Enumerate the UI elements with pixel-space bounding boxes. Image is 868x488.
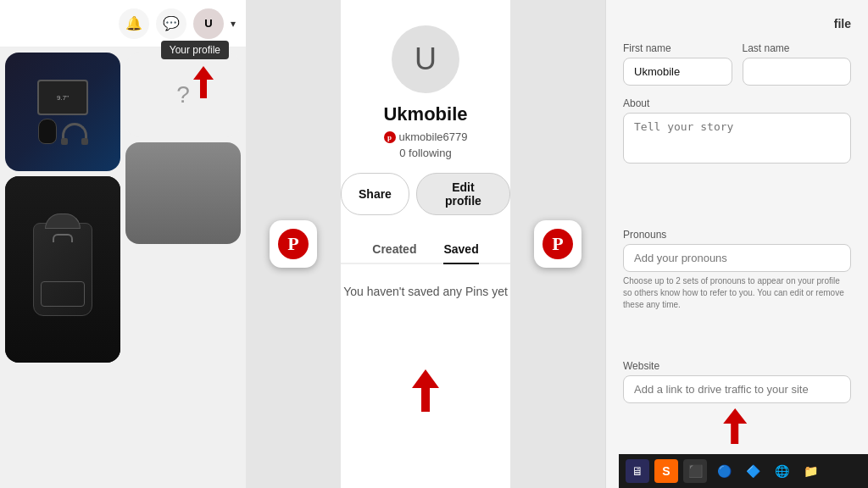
- tab-saved[interactable]: Saved: [443, 236, 478, 264]
- notifications-button[interactable]: 🔔: [119, 8, 149, 39]
- taskbar-icon-2[interactable]: S: [654, 459, 678, 483]
- profile-action-buttons: Share Edit profile: [341, 173, 510, 215]
- pronouns-label: Pronouns: [623, 229, 851, 241]
- taskbar-icon-edge[interactable]: 🔷: [741, 459, 765, 483]
- tooltip-arrow: [193, 66, 214, 98]
- middle-panel: U Ukmobile p ukmobile6779 0 following Sh…: [341, 0, 510, 488]
- edit-profile-button[interactable]: Edit profile: [416, 173, 510, 215]
- edit-profile-arrow: [412, 369, 439, 412]
- profile-avatar: U: [392, 25, 459, 93]
- website-arrow-head: [723, 408, 747, 424]
- website-label: Website: [623, 360, 851, 372]
- pronouns-hint: Choose up to 2 sets of pronouns to appea…: [623, 275, 851, 311]
- profile-name: Ukmobile: [383, 103, 467, 125]
- question-mark-icon: ?: [176, 81, 190, 108]
- profile-tabs: Created Saved: [341, 236, 510, 264]
- pinterest-mini-icon: p: [384, 131, 396, 143]
- about-textarea[interactable]: [623, 113, 851, 164]
- last-name-input[interactable]: [743, 58, 852, 86]
- question-pin[interactable]: ?: [125, 53, 241, 137]
- backpack-pin[interactable]: [5, 176, 120, 363]
- first-name-label: First name: [623, 42, 732, 54]
- website-arrow-shaft: [731, 424, 738, 444]
- share-button[interactable]: Share: [341, 173, 409, 215]
- arrow-shaft: [421, 388, 430, 412]
- name-row: First name Last name: [623, 42, 851, 86]
- pin-column-left: [5, 53, 120, 483]
- following-count: 0 following: [399, 147, 451, 159]
- panel-title: file: [623, 17, 851, 30]
- pronouns-input[interactable]: [623, 244, 851, 272]
- profile-tooltip: Your profile: [161, 41, 229, 59]
- electronics-pin[interactable]: [5, 53, 120, 171]
- chevron-down-icon: ▾: [231, 18, 236, 30]
- red-bar-group-left: P: [246, 0, 341, 488]
- pinterest-logo-right: P: [542, 229, 573, 259]
- pinterest-badge-left[interactable]: P: [270, 220, 317, 268]
- pins-area: ?: [0, 47, 246, 488]
- no-pins-message: You haven't saved any Pins yet: [343, 285, 508, 298]
- left-panel: 🔔 💬 U ▾ Your profile: [0, 0, 246, 488]
- right-panel: file First name Last name About Pronouns…: [605, 0, 868, 488]
- person-pin[interactable]: [125, 142, 241, 244]
- taskbar-icon-chrome[interactable]: 🔵: [712, 459, 736, 483]
- taskbar-icon-1[interactable]: 🖥: [626, 459, 649, 483]
- website-input[interactable]: [623, 375, 851, 403]
- taskbar-icon-6[interactable]: 📁: [798, 459, 822, 483]
- pinterest-badge-right[interactable]: P: [534, 220, 581, 268]
- pinterest-logo-left: P: [278, 229, 309, 259]
- user-avatar-button[interactable]: U: [193, 8, 224, 39]
- first-name-input[interactable]: [623, 58, 732, 86]
- last-name-label: Last name: [743, 42, 852, 54]
- pronouns-group: Pronouns Choose up to 2 sets of pronouns…: [623, 229, 851, 348]
- last-name-group: Last name: [743, 42, 852, 86]
- profile-handle: p ukmobile6779: [384, 130, 468, 143]
- red-bar-group-right: P: [510, 0, 605, 488]
- messages-button[interactable]: 💬: [156, 8, 186, 39]
- about-label: About: [623, 97, 851, 109]
- about-group: About: [623, 97, 851, 217]
- website-arrow: [723, 408, 747, 444]
- taskbar-icon-3[interactable]: ⬛: [683, 459, 707, 483]
- taskbar-icon-5[interactable]: 🌐: [770, 459, 793, 483]
- taskbar: 🖥 S ⬛ 🔵 🔷 🌐 📁: [619, 454, 868, 488]
- tab-created[interactable]: Created: [372, 236, 416, 264]
- pin-column-right: ?: [125, 53, 241, 483]
- first-name-group: First name: [623, 42, 732, 86]
- arrow-head-icon: [412, 369, 439, 388]
